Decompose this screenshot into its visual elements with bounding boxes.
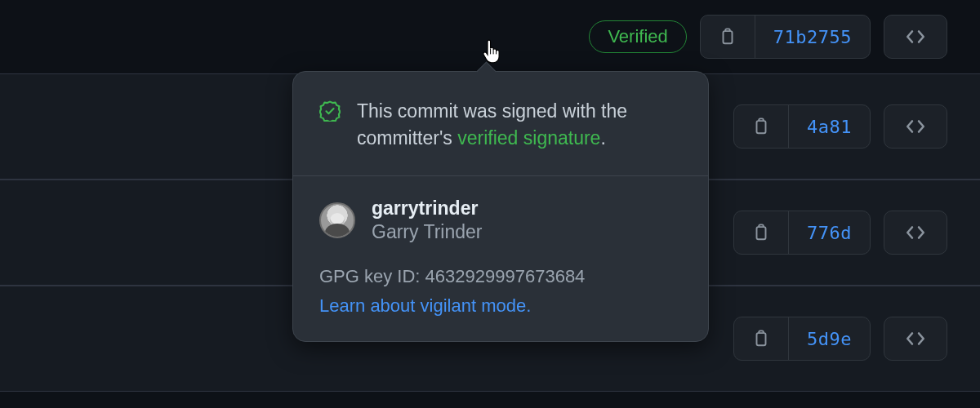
copy-hash-button[interactable]	[701, 16, 755, 58]
commit-hash-group: 71b2755	[700, 15, 871, 59]
commit-hash-group: 4a81	[733, 104, 871, 149]
signer-info: garrytrinder Garry Trinder	[319, 197, 682, 243]
signer-fullname: Garry Trinder	[372, 221, 482, 243]
code-icon	[905, 222, 926, 243]
clipboard-icon	[752, 224, 770, 242]
verified-shield-icon	[319, 100, 341, 125]
popover-msg-post: .	[600, 127, 605, 149]
popover-message: This commit was signed with the committe…	[357, 98, 682, 153]
commit-hash-link[interactable]: 71b2755	[755, 16, 870, 58]
svg-rect-0	[723, 31, 732, 43]
browse-code-button[interactable]	[884, 15, 947, 59]
avatar	[319, 202, 355, 238]
commit-row: Verified 71b2755	[0, 0, 980, 73]
popover-body: garrytrinder Garry Trinder GPG key ID: 4…	[293, 176, 708, 341]
code-icon	[905, 328, 926, 349]
verified-signature-text: verified signature	[457, 127, 600, 149]
clipboard-icon	[752, 330, 770, 348]
commit-hash-group: 5d9e	[733, 317, 871, 361]
svg-rect-3	[757, 333, 766, 345]
verified-popover: This commit was signed with the committe…	[292, 71, 709, 342]
gpg-key-label: GPG key ID:	[319, 266, 425, 286]
gpg-key-line: GPG key ID: 4632929997673684	[319, 266, 682, 287]
popover-header: This commit was signed with the committe…	[293, 72, 708, 176]
gpg-key-id: 4632929997673684	[425, 266, 586, 286]
browse-code-button[interactable]	[884, 317, 947, 361]
code-icon	[905, 116, 926, 137]
commit-hash-link[interactable]: 776d	[788, 211, 870, 254]
svg-rect-1	[757, 121, 766, 133]
svg-rect-2	[757, 227, 766, 239]
commit-hash-link[interactable]: 4a81	[788, 105, 870, 148]
clipboard-icon	[752, 118, 770, 135]
verified-badge[interactable]: Verified	[589, 20, 686, 53]
clipboard-icon	[719, 28, 737, 46]
copy-hash-button[interactable]	[734, 317, 788, 360]
code-icon	[905, 26, 926, 47]
commit-hash-link[interactable]: 5d9e	[788, 317, 870, 360]
browse-code-button[interactable]	[884, 104, 947, 149]
copy-hash-button[interactable]	[734, 211, 788, 254]
browse-code-button[interactable]	[884, 211, 947, 255]
signer-username[interactable]: garrytrinder	[372, 197, 482, 220]
copy-hash-button[interactable]	[734, 105, 788, 148]
signer-names: garrytrinder Garry Trinder	[372, 197, 482, 243]
learn-vigilant-mode-link[interactable]: Learn about vigilant mode.	[319, 295, 682, 317]
commit-hash-group: 776d	[733, 211, 871, 255]
